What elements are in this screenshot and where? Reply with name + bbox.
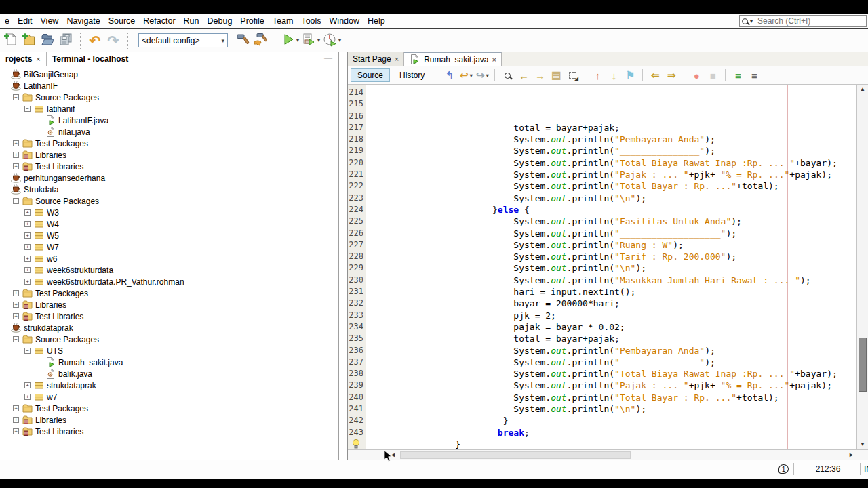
shift-left-icon[interactable]: ⇐	[648, 68, 662, 82]
tree-item-libraries[interactable]: +Libraries	[0, 299, 338, 310]
expand-icon[interactable]: +	[24, 279, 31, 285]
shift-right-icon[interactable]: ⇒	[665, 68, 678, 82]
search-box[interactable]: ▾	[739, 15, 867, 27]
debug-project-button[interactable]: ▾	[301, 32, 320, 49]
warning-lightbulb-icon[interactable]	[348, 439, 363, 450]
menu-view[interactable]: View	[37, 14, 63, 28]
expand-icon[interactable]: +	[24, 209, 31, 216]
panel-splitter[interactable]	[339, 52, 347, 460]
open-project-button[interactable]	[39, 32, 56, 49]
expand-icon[interactable]: +	[24, 256, 31, 262]
expand-icon[interactable]: +	[13, 140, 19, 146]
menu-edit[interactable]: Edit	[14, 14, 37, 28]
projects-tree[interactable]: BilGanjilGenapLatihanIF−Source Packages−…	[0, 66, 338, 460]
new-file-button[interactable]	[3, 32, 19, 49]
last-edit-icon[interactable]: ↰	[443, 68, 456, 82]
expand-icon[interactable]: +	[13, 163, 19, 169]
profile-project-button[interactable]: ▾	[322, 32, 341, 49]
menu-refactor[interactable]: Refactor	[139, 14, 179, 28]
undo-button[interactable]: ↶	[87, 32, 103, 49]
find-selection-icon[interactable]	[500, 68, 514, 82]
close-icon[interactable]: ×	[492, 56, 496, 64]
tree-item-perhitungansederhana[interactable]: perhitungansederhana	[0, 172, 338, 184]
menu-navigate[interactable]: Navigate	[62, 14, 104, 28]
tree-item-strukdata[interactable]: Strukdata	[0, 184, 338, 195]
tree-item-uts[interactable]: −UTS	[0, 345, 338, 357]
search-input[interactable]	[756, 16, 864, 26]
tree-item-w6[interactable]: +w6	[0, 253, 338, 264]
expand-icon[interactable]: +	[13, 313, 19, 319]
next-occurrence-icon[interactable]: →	[533, 68, 547, 82]
clean-build-project-button[interactable]	[252, 32, 269, 49]
stop-macro-icon[interactable]: ■	[706, 68, 719, 82]
scroll-down-icon[interactable]: ▼	[857, 440, 868, 449]
toggle-highlight-icon[interactable]: ▤	[549, 68, 563, 82]
tree-item-test-packages[interactable]: +Test Packages	[0, 287, 338, 299]
gutter[interactable]: 2142152162172182192202212222232242252262…	[348, 85, 366, 449]
tab-terminal[interactable]: Terminal - localhost	[47, 52, 134, 66]
tree-item-w7[interactable]: +W7	[0, 241, 338, 253]
tree-item-test-libraries[interactable]: +Test Libraries	[0, 310, 338, 322]
menu-run[interactable]: Run	[180, 14, 203, 28]
expand-icon[interactable]: +	[24, 221, 31, 227]
tree-item-w4[interactable]: +W4	[0, 218, 338, 230]
next-bookmark-icon[interactable]: ↓	[607, 68, 620, 82]
close-icon[interactable]: ×	[395, 55, 399, 63]
expand-icon[interactable]: +	[13, 405, 19, 411]
tree-item-w3[interactable]: +W3	[0, 207, 338, 218]
tab-start-page[interactable]: Start Page ×	[348, 52, 404, 66]
save-all-button[interactable]	[58, 32, 74, 49]
expand-icon[interactable]: +	[24, 267, 31, 273]
record-macro-icon[interactable]: ●	[690, 68, 703, 82]
tab-rumah-sakit[interactable]: Rumah_sakit.java ×	[404, 52, 502, 66]
code-area[interactable]: total = bayar+pajak;System.out.println("…	[370, 85, 856, 449]
back-icon[interactable]: ↩▾	[459, 68, 473, 82]
tree-item-latihanif[interactable]: −latihanif	[0, 103, 338, 115]
expand-icon[interactable]: +	[13, 290, 19, 296]
expand-icon[interactable]: +	[13, 417, 19, 423]
config-combobox[interactable]: <default config>▾	[138, 33, 228, 47]
expand-icon[interactable]: +	[24, 244, 31, 250]
tree-item-nilai-java[interactable]: nilai.java	[0, 126, 338, 138]
tree-item-source-packages[interactable]: −Source Packages	[0, 195, 338, 207]
redo-button[interactable]: ↷	[105, 32, 121, 49]
minimize-panel-button[interactable]: —	[323, 54, 333, 63]
menu-profile[interactable]: Profile	[236, 14, 268, 28]
new-project-button[interactable]	[21, 32, 37, 49]
history-view-button[interactable]: History	[393, 68, 431, 82]
forward-icon[interactable]: ↪▾	[475, 68, 489, 82]
vertical-scrollbar-thumb[interactable]	[859, 338, 867, 392]
tree-item-latihanif-java[interactable]: LatihanIF.java	[0, 115, 338, 126]
tree-item-w7[interactable]: +w7	[0, 391, 338, 403]
tree-item-libraries[interactable]: +Libraries	[0, 149, 338, 161]
tree-item-source-packages[interactable]: −Source Packages	[0, 333, 338, 345]
menu-window[interactable]: Window	[326, 14, 363, 28]
run-project-button[interactable]: ▾	[281, 32, 299, 49]
menu-help[interactable]: Help	[363, 14, 389, 28]
notification-icon[interactable]: 1	[778, 464, 789, 474]
expand-icon[interactable]: +	[24, 232, 31, 239]
expand-icon[interactable]: +	[13, 428, 19, 434]
collapse-icon[interactable]: −	[13, 336, 19, 342]
tree-item-strukdataprak[interactable]: strukdataprak	[0, 322, 338, 333]
scroll-up-icon[interactable]: ▲	[857, 85, 868, 94]
expand-icon[interactable]: +	[13, 152, 19, 158]
tree-item-libraries[interactable]: +Libraries	[0, 414, 338, 426]
tree-item-test-libraries[interactable]: +Test Libraries	[0, 161, 338, 172]
collapse-icon[interactable]: −	[13, 94, 19, 100]
horizontal-scrollbar[interactable]: ◄ ►	[348, 449, 868, 460]
menu-debug[interactable]: Debug	[203, 14, 237, 28]
tree-item-rumah-sakit-java[interactable]: Rumah_sakit.java	[0, 357, 338, 368]
tab-projects[interactable]: rojects ×	[0, 52, 47, 66]
previous-bookmark-icon[interactable]: ↑	[591, 68, 604, 82]
tree-item-test-packages[interactable]: +Test Packages	[0, 403, 338, 414]
tree-item-test-packages[interactable]: +Test Packages	[0, 138, 338, 149]
tree-item-source-packages[interactable]: −Source Packages	[0, 92, 338, 103]
collapse-icon[interactable]: −	[13, 198, 19, 204]
menu-tools[interactable]: Tools	[297, 14, 325, 28]
build-project-button[interactable]	[234, 32, 250, 49]
menu-e[interactable]: e	[1, 14, 14, 28]
tree-item-balik-java[interactable]: balik.java	[0, 368, 338, 380]
comment-icon[interactable]: ≡	[731, 68, 745, 82]
previous-occurrence-icon[interactable]: ←	[517, 68, 530, 82]
